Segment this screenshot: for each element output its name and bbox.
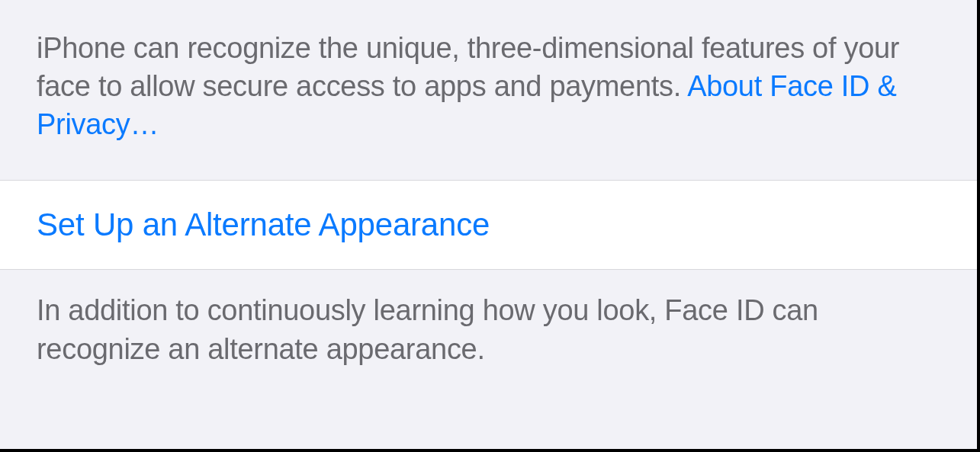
setup-alternate-appearance-label: Set Up an Alternate Appearance xyxy=(37,207,490,242)
alternate-appearance-footer: In addition to continuously learning how… xyxy=(0,270,977,389)
faceid-section-description: iPhone can recognize the unique, three-d… xyxy=(0,0,977,180)
alternate-appearance-footer-text: In addition to continuously learning how… xyxy=(37,294,818,364)
setup-alternate-appearance-cell[interactable]: Set Up an Alternate Appearance xyxy=(0,180,977,270)
